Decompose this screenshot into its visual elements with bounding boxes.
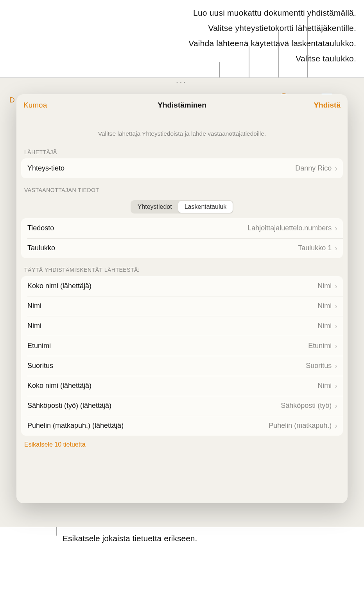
mail-merge-sheet: Kumoa Yhdistäminen Yhdistä Valitse lähet…: [16, 94, 348, 503]
chevron-right-icon: ›: [335, 244, 337, 253]
chevron-right-icon: ›: [335, 381, 337, 390]
field-label: Koko nimi (lähettäjä): [27, 382, 91, 390]
field-value: Nimi: [317, 382, 332, 390]
merge-button[interactable]: Yhdistä: [314, 101, 341, 109]
preview-records-link[interactable]: Esikatsele 10 tietuetta: [16, 436, 348, 448]
merge-field-row[interactable]: SuoritusSuoritus›: [21, 356, 343, 376]
sheet-subtitle: Valitse lähettäjä Yhteystiedoista ja läh…: [16, 130, 348, 137]
field-label: Sähköposti (työ) (lähettäjä): [27, 402, 111, 410]
drag-handle-icon: •••: [0, 80, 364, 84]
field-label: Etunimi: [27, 342, 51, 350]
file-row-value: Lahjoittajaluettelo.numbers: [247, 224, 332, 232]
field-label: Koko nimi (lähettäjä): [27, 282, 91, 290]
from-group: Yhteys-tieto Danny Rico ›: [21, 158, 343, 178]
seg-contacts[interactable]: Yhteystiedot: [131, 201, 178, 213]
merge-field-row[interactable]: EtunimiEtunimi›: [21, 336, 343, 356]
field-value: Etunimi: [308, 342, 332, 350]
chevron-right-icon: ›: [335, 361, 337, 370]
merge-field-row[interactable]: Koko nimi (lähettäjä)Nimi›: [21, 276, 343, 296]
field-label: Suoritus: [27, 362, 53, 370]
chevron-right-icon: ›: [335, 401, 337, 410]
merge-field-row[interactable]: Puhelin (matkapuh.) (lähettäjä)Puhelin (…: [21, 416, 343, 436]
table-row[interactable]: Taulukko Taulukko 1 ›: [21, 238, 343, 258]
chevron-right-icon: ›: [335, 224, 337, 233]
file-row-label: Tiedosto: [27, 224, 54, 232]
merge-field-row[interactable]: NimiNimi›: [21, 296, 343, 316]
table-row-label: Taulukko: [27, 244, 55, 252]
callout-table: Valitse taulukko.: [0, 51, 356, 66]
app-window: ••• D Kumoa Yhdistäminen Yhdistä Valitse…: [0, 77, 364, 527]
file-row[interactable]: Tiedosto Lahjoittajaluettelo.numbers ›: [21, 218, 343, 238]
section-populate-label: TÄYTÄ YHDISTÄMISKENTÄT LÄHTEESTÄ:: [16, 258, 348, 276]
merge-field-row[interactable]: NimiNimi›: [21, 316, 343, 336]
field-value: Suoritus: [306, 362, 332, 370]
source-group: Tiedosto Lahjoittajaluettelo.numbers › T…: [21, 218, 343, 258]
chevron-right-icon: ›: [335, 341, 337, 350]
field-value: Nimi: [317, 302, 332, 310]
source-segmented-wrap: Yhteystiedot Laskentatauluk: [16, 200, 348, 214]
from-contact-row[interactable]: Yhteys-tieto Danny Rico ›: [21, 158, 343, 178]
field-label: Puhelin (matkapuh.) (lähettäjä): [27, 422, 124, 430]
from-row-value: Danny Rico: [295, 164, 332, 172]
callout-preview: Esikatsele jokaista tietuetta erikseen.: [63, 534, 197, 543]
table-row-value: Taulukko 1: [298, 244, 332, 252]
callout-source: Vaihda lähteenä käytettävä laskentataulu…: [0, 36, 356, 51]
merge-field-row[interactable]: Koko nimi (lähettäjä)Nimi›: [21, 376, 343, 396]
chevron-right-icon: ›: [335, 282, 337, 291]
merge-field-row[interactable]: Sähköposti (työ) (lähettäjä)Sähköposti (…: [21, 396, 343, 416]
field-label: Nimi: [27, 302, 41, 310]
fields-group: Koko nimi (lähettäjä)Nimi›NimiNimi›NimiN…: [21, 276, 343, 436]
seg-spreadsheet[interactable]: Laskentatauluk: [178, 201, 233, 213]
section-from-label: LÄHETTÄJÄ: [16, 137, 348, 158]
sheet-header: Kumoa Yhdistäminen Yhdistä: [16, 94, 348, 116]
chevron-right-icon: ›: [335, 164, 337, 173]
field-value: Puhelin (matkapuh.): [269, 422, 332, 430]
chevron-right-icon: ›: [335, 301, 337, 310]
field-value: Sähköposti (työ): [281, 402, 332, 410]
sheet-title: Yhdistäminen: [158, 101, 206, 109]
source-segmented: Yhteystiedot Laskentatauluk: [131, 200, 234, 214]
callout-block: Luo uusi muokattu dokumentti yhdistämäll…: [0, 0, 364, 66]
field-value: Nimi: [317, 282, 332, 290]
callout-merge: Luo uusi muokattu dokumentti yhdistämäll…: [0, 5, 356, 21]
chevron-right-icon: ›: [335, 321, 337, 330]
from-row-label: Yhteys-tieto: [27, 164, 65, 172]
field-label: Nimi: [27, 322, 41, 330]
chevron-right-icon: ›: [335, 421, 337, 430]
section-recipient-label: VASTAANOTTAJAN TIEDOT: [16, 178, 348, 196]
cancel-button[interactable]: Kumoa: [23, 101, 47, 109]
back-documents-glimpse: D: [9, 96, 15, 104]
field-value: Nimi: [317, 322, 332, 330]
callout-sender: Valitse yhteystietokortti lähettäjäkenti…: [0, 21, 356, 36]
